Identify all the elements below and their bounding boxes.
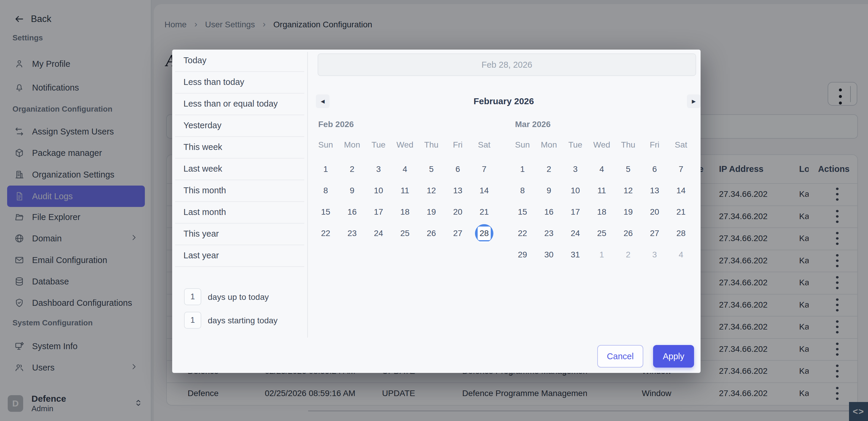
calendar-day[interactable]: 21 <box>471 203 498 221</box>
calendar-day[interactable]: 1 <box>588 245 615 264</box>
preset-yesterday[interactable]: Yesterday <box>172 115 307 136</box>
preset-last-month[interactable]: Last month <box>172 201 307 223</box>
preset-this-week[interactable]: This week <box>172 136 307 158</box>
calendar-day[interactable]: 14 <box>668 181 694 200</box>
date-filter-modal: TodayLess than todayLess than or equal t… <box>172 50 701 373</box>
calendar-day[interactable]: 2 <box>535 160 562 178</box>
calendar-day[interactable]: 3 <box>562 160 589 178</box>
days-range-label[interactable]: days up to today <box>208 293 269 302</box>
calendar-day-selected[interactable]: 28 <box>478 227 491 240</box>
calendar-day[interactable]: 26 <box>615 224 642 243</box>
calendar-day[interactable]: 17 <box>562 203 589 221</box>
weekday-header: Fri <box>444 140 471 150</box>
calendar-day[interactable]: 11 <box>392 181 418 200</box>
calendar-day[interactable]: 22 <box>509 224 536 243</box>
calendar-day[interactable]: 17 <box>365 203 392 221</box>
calendar-day[interactable]: 10 <box>562 181 589 200</box>
calendar-day[interactable]: 27 <box>641 224 668 243</box>
calendar-day[interactable]: 16 <box>535 203 562 221</box>
weekday-header: Sun <box>509 140 536 150</box>
calendar-day[interactable]: 26 <box>418 224 445 243</box>
calendar-day[interactable]: 2 <box>339 160 365 178</box>
calendar-day[interactable]: 1 <box>312 160 339 178</box>
calendar-day[interactable]: 12 <box>615 181 642 200</box>
calendar-day[interactable]: 10 <box>365 181 392 200</box>
calendar-day[interactable]: 21 <box>668 203 694 221</box>
preset-this-year[interactable]: This year <box>172 223 307 245</box>
calendar-day[interactable]: 4 <box>588 160 615 178</box>
calendar-day[interactable]: 5 <box>615 160 642 178</box>
preset-last-week[interactable]: Last week <box>172 158 307 180</box>
calendar-day[interactable]: 11 <box>588 181 615 200</box>
weekday-header: Sat <box>471 140 498 150</box>
calendar-day[interactable]: 27 <box>444 224 471 243</box>
calendar-day[interactable]: 22 <box>312 224 339 243</box>
calendar-day[interactable]: 7 <box>471 160 498 178</box>
days-count-input[interactable]: 1 <box>184 312 201 329</box>
weekday-header: Thu <box>615 140 642 150</box>
days-range-label[interactable]: days starting today <box>208 316 278 325</box>
preset-this-month[interactable]: This month <box>172 180 307 201</box>
divider <box>307 52 308 337</box>
calendar-day[interactable]: 19 <box>418 203 445 221</box>
calendar-day[interactable]: 13 <box>641 181 668 200</box>
preset-less-than-or-equal-today[interactable]: Less than or equal today <box>172 93 307 115</box>
weekday-header: Wed <box>588 140 615 150</box>
calendar-day[interactable]: 23 <box>535 224 562 243</box>
calendar-day[interactable]: 8 <box>509 181 536 200</box>
weekday-header: Wed <box>392 140 418 150</box>
calendar-day[interactable]: 12 <box>418 181 445 200</box>
calendar-day[interactable]: 18 <box>588 203 615 221</box>
calendar-day[interactable]: 15 <box>509 203 536 221</box>
calendar-day[interactable]: 13 <box>444 181 471 200</box>
calendar-day[interactable]: 19 <box>615 203 642 221</box>
weekday-header: Mon <box>535 140 562 150</box>
weekday-header: Sun <box>312 140 339 150</box>
calendar-day[interactable]: 20 <box>641 203 668 221</box>
next-month-button[interactable]: ▶ <box>687 94 701 108</box>
days-count-input[interactable]: 1 <box>184 288 201 305</box>
calendar-day[interactable]: 4 <box>668 245 694 264</box>
calendar-day[interactable]: 9 <box>339 181 365 200</box>
month-label-mar: Mar 2026 <box>515 120 551 129</box>
calendar-day[interactable]: 9 <box>535 181 562 200</box>
apply-button[interactable]: Apply <box>653 345 694 367</box>
calendar-day[interactable]: 20 <box>444 203 471 221</box>
calendar-day[interactable]: 24 <box>365 224 392 243</box>
calendar-day[interactable]: 6 <box>444 160 471 178</box>
calendar-day[interactable]: 8 <box>312 181 339 200</box>
calendar-day[interactable]: 5 <box>418 160 445 178</box>
calendar-day[interactable]: 24 <box>562 224 589 243</box>
calendar-day[interactable]: 28 <box>668 224 694 243</box>
calendar-day[interactable]: 18 <box>392 203 418 221</box>
weekday-header: Thu <box>418 140 445 150</box>
calendar-day[interactable]: 29 <box>509 245 536 264</box>
calendar-day[interactable]: 25 <box>392 224 418 243</box>
calendar-day[interactable]: 7 <box>668 160 694 178</box>
calendar-day[interactable]: 31 <box>562 245 589 264</box>
calendar-day[interactable]: 4 <box>392 160 418 178</box>
month-label-feb: Feb 2026 <box>318 120 354 129</box>
calendar-day[interactable]: 3 <box>641 245 668 264</box>
calendar-day[interactable]: 30 <box>535 245 562 264</box>
calendar-day[interactable]: 1 <box>509 160 536 178</box>
weekday-header: Tue <box>562 140 589 150</box>
calendar-day[interactable]: 23 <box>339 224 365 243</box>
calendar-day[interactable]: 6 <box>641 160 668 178</box>
previous-month-button[interactable]: ◀ <box>316 94 330 108</box>
selected-day-underline <box>479 241 490 243</box>
weekday-header: Tue <box>365 140 392 150</box>
calendar-day[interactable]: 2 <box>615 245 642 264</box>
cancel-button[interactable]: Cancel <box>597 345 643 367</box>
preset-less-than-today[interactable]: Less than today <box>172 71 307 93</box>
preset-last-year[interactable]: Last year <box>172 245 307 266</box>
weekday-header: Mon <box>339 140 365 150</box>
calendar-day[interactable]: 25 <box>588 224 615 243</box>
calendar-day[interactable]: 14 <box>471 181 498 200</box>
selected-date-input[interactable]: Feb 28, 2026 <box>318 54 696 76</box>
preset-today[interactable]: Today <box>172 50 307 71</box>
weekday-header: Sat <box>668 140 694 150</box>
calendar-day[interactable]: 3 <box>365 160 392 178</box>
calendar-day[interactable]: 15 <box>312 203 339 221</box>
calendar-day[interactable]: 16 <box>339 203 365 221</box>
